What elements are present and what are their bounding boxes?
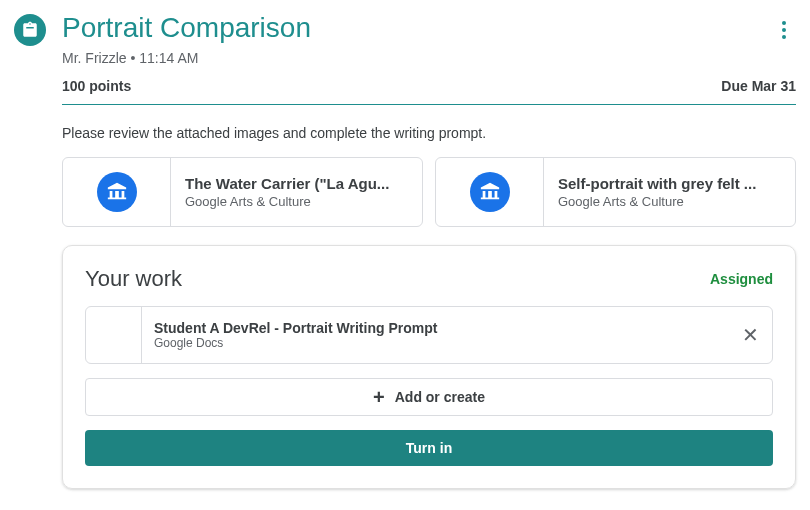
file-source: Google Docs bbox=[154, 336, 716, 350]
assignment-meta: 100 points Due Mar 31 bbox=[0, 66, 810, 104]
due-date-label: Due Mar 31 bbox=[721, 78, 796, 94]
points-label: 100 points bbox=[62, 78, 131, 94]
post-time: 11:14 AM bbox=[139, 50, 198, 66]
your-work-panel: Your work Assigned Student A DevRel - Po… bbox=[62, 245, 796, 489]
add-or-create-button[interactable]: + Add or create bbox=[85, 378, 773, 416]
attachment-card[interactable]: Self-portrait with grey felt ... Google … bbox=[435, 157, 796, 227]
attachment-source: Google Arts & Culture bbox=[558, 194, 756, 209]
attachment-source: Google Arts & Culture bbox=[185, 194, 389, 209]
close-icon: ✕ bbox=[742, 325, 759, 345]
attachments-row: The Water Carrier ("La Agu... Google Art… bbox=[0, 157, 810, 227]
more-options-button[interactable] bbox=[772, 18, 796, 42]
your-work-file[interactable]: Student A DevRel - Portrait Writing Prom… bbox=[85, 306, 773, 364]
kebab-icon bbox=[782, 21, 786, 39]
file-thumb bbox=[86, 307, 142, 363]
arts-culture-icon bbox=[470, 172, 510, 212]
teacher-name: Mr. Frizzle bbox=[62, 50, 127, 66]
assignment-title: Portrait Comparison bbox=[62, 10, 796, 46]
attachment-thumb bbox=[436, 158, 544, 226]
remove-file-button[interactable]: ✕ bbox=[728, 307, 772, 363]
your-work-heading: Your work bbox=[85, 266, 182, 292]
assignment-header: Portrait Comparison Mr. Frizzle • 11:14 … bbox=[0, 0, 810, 66]
arts-culture-icon bbox=[97, 172, 137, 212]
assignment-icon bbox=[14, 14, 46, 46]
assignment-status: Assigned bbox=[710, 271, 773, 287]
turn-in-button[interactable]: Turn in bbox=[85, 430, 773, 466]
attachment-card[interactable]: The Water Carrier ("La Agu... Google Art… bbox=[62, 157, 423, 227]
turn-in-label: Turn in bbox=[406, 440, 452, 456]
assignment-subtitle: Mr. Frizzle • 11:14 AM bbox=[62, 50, 796, 66]
attachment-title: Self-portrait with grey felt ... bbox=[558, 175, 756, 192]
attachment-title: The Water Carrier ("La Agu... bbox=[185, 175, 389, 192]
add-create-label: Add or create bbox=[395, 389, 485, 405]
file-title: Student A DevRel - Portrait Writing Prom… bbox=[154, 320, 716, 336]
attachment-thumb bbox=[63, 158, 171, 226]
assignment-description: Please review the attached images and co… bbox=[0, 105, 810, 157]
plus-icon: + bbox=[373, 387, 385, 407]
